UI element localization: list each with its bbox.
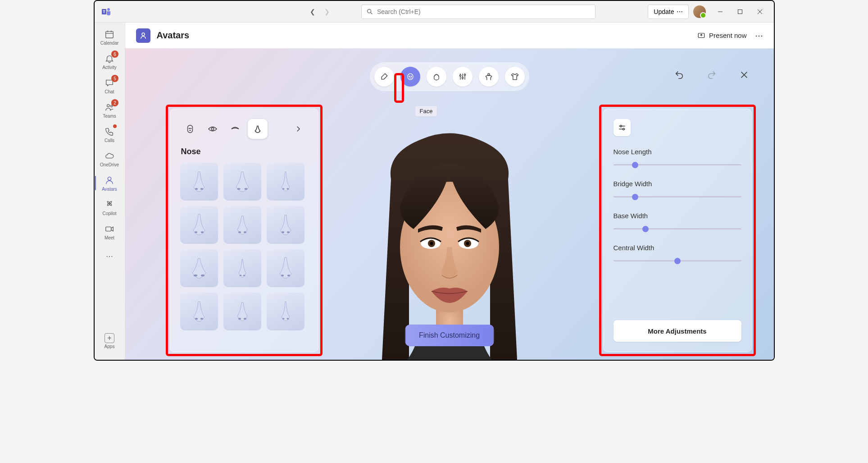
rail-label: Calendar bbox=[100, 41, 119, 46]
category-tooltip: Face bbox=[415, 105, 438, 117]
nose-option[interactable] bbox=[223, 293, 261, 330]
rail-label: Teams bbox=[103, 114, 116, 119]
slider-track[interactable] bbox=[614, 226, 741, 232]
shirt-icon bbox=[510, 72, 519, 81]
rail-item-apps[interactable]: + Apps bbox=[95, 329, 124, 353]
slider-thumb[interactable] bbox=[642, 226, 649, 232]
rail-more-button[interactable]: ⋯ bbox=[95, 247, 124, 265]
svg-point-59 bbox=[281, 275, 284, 276]
nose-option[interactable] bbox=[223, 206, 261, 244]
nose-option[interactable] bbox=[267, 293, 304, 330]
category-wardrobe[interactable] bbox=[505, 67, 525, 87]
face-tab-nose[interactable] bbox=[248, 119, 268, 139]
rail-label: OneDrive bbox=[100, 162, 119, 167]
present-now-button[interactable]: Present now bbox=[697, 32, 746, 40]
adjustments-panel-highlight: Nose Length Bridge Width Base Width bbox=[599, 105, 756, 356]
category-body[interactable] bbox=[479, 67, 499, 87]
face-tab-faceshape[interactable] bbox=[180, 119, 200, 139]
nav-back-button[interactable]: ❮ bbox=[306, 5, 319, 18]
rail-item-onedrive[interactable]: OneDrive bbox=[95, 147, 124, 170]
svg-point-60 bbox=[287, 275, 290, 276]
phone-icon bbox=[104, 126, 115, 137]
svg-rect-6 bbox=[738, 9, 742, 14]
window-minimize-button[interactable] bbox=[710, 2, 730, 22]
adjustments-icon bbox=[614, 119, 631, 136]
slider-thumb[interactable] bbox=[632, 194, 638, 200]
category-brush[interactable] bbox=[374, 67, 394, 87]
slider-central-width: Central Width bbox=[614, 244, 741, 264]
svg-point-48 bbox=[286, 188, 289, 190]
rail-item-meet[interactable]: Meet bbox=[95, 220, 124, 243]
nose-option[interactable] bbox=[223, 163, 261, 201]
svg-point-56 bbox=[201, 275, 205, 276]
undo-button[interactable] bbox=[672, 68, 686, 82]
slider-track[interactable] bbox=[614, 162, 741, 168]
slider-thumb[interactable] bbox=[674, 258, 681, 264]
rail-item-chat[interactable]: 5 Chat bbox=[95, 74, 124, 97]
svg-point-63 bbox=[238, 318, 241, 320]
svg-point-47 bbox=[282, 188, 284, 190]
chevron-right-icon bbox=[294, 125, 302, 133]
svg-point-53 bbox=[282, 231, 284, 233]
cloud-icon bbox=[104, 151, 115, 161]
svg-point-43 bbox=[195, 188, 198, 190]
category-hair[interactable] bbox=[427, 67, 446, 87]
svg-point-57 bbox=[239, 275, 241, 276]
face-tab-eyes[interactable] bbox=[203, 119, 223, 139]
nose-option[interactable] bbox=[267, 249, 304, 287]
nose-option[interactable] bbox=[223, 249, 261, 287]
svg-point-42 bbox=[211, 128, 214, 130]
slider-thumb[interactable] bbox=[632, 162, 638, 168]
nav-forward-button[interactable]: ❯ bbox=[321, 5, 333, 18]
eyebrow-icon bbox=[230, 124, 241, 134]
search-input[interactable] bbox=[377, 8, 591, 15]
update-button[interactable]: Update ⋯ bbox=[648, 5, 689, 19]
close-editor-button[interactable] bbox=[737, 68, 751, 82]
search-icon bbox=[366, 8, 373, 15]
slider-track[interactable] bbox=[614, 194, 741, 200]
slider-base-width: Base Width bbox=[614, 212, 741, 232]
more-adjustments-button[interactable]: More Adjustments bbox=[614, 320, 741, 342]
face-tab-eyebrows[interactable] bbox=[225, 119, 245, 139]
present-icon bbox=[697, 32, 705, 40]
category-sliders[interactable] bbox=[453, 67, 473, 87]
ellipsis-icon: ⋯ bbox=[677, 8, 683, 15]
nose-option[interactable] bbox=[180, 163, 218, 201]
svg-rect-9 bbox=[106, 31, 114, 38]
svg-point-15 bbox=[108, 177, 111, 180]
history-controls bbox=[672, 68, 751, 82]
search-box[interactable] bbox=[361, 5, 595, 19]
rail-item-calls[interactable]: Calls bbox=[95, 123, 124, 146]
nose-option[interactable] bbox=[180, 293, 218, 330]
nose-option[interactable] bbox=[267, 206, 304, 244]
nose-option[interactable] bbox=[180, 249, 218, 287]
svg-point-26 bbox=[462, 77, 463, 78]
rail-item-calendar[interactable]: Calendar bbox=[95, 25, 124, 49]
finish-customizing-button[interactable]: Finish Customizing bbox=[405, 325, 494, 346]
nav-arrows: ❮ ❯ bbox=[306, 5, 333, 18]
svg-point-55 bbox=[194, 275, 197, 276]
rail-label: Copilot bbox=[102, 211, 116, 216]
face-tab-next[interactable] bbox=[288, 119, 308, 139]
window-close-button[interactable] bbox=[750, 2, 770, 22]
svg-point-54 bbox=[287, 231, 290, 233]
header-more-button[interactable]: ⋯ bbox=[755, 31, 763, 41]
slider-label: Nose Length bbox=[614, 148, 741, 156]
slider-track[interactable] bbox=[614, 258, 741, 264]
rail-item-teams[interactable]: 2 Teams bbox=[95, 98, 124, 122]
brush-icon bbox=[380, 72, 389, 81]
nose-icon bbox=[253, 124, 263, 134]
window-maximize-button[interactable] bbox=[730, 2, 750, 22]
svg-point-13 bbox=[107, 104, 110, 107]
redo-button[interactable] bbox=[704, 68, 719, 82]
svg-point-61 bbox=[195, 318, 198, 320]
rail-item-activity[interactable]: 6 Activity bbox=[95, 50, 124, 73]
nose-option[interactable] bbox=[267, 163, 304, 201]
rail-item-copilot[interactable]: Copilot bbox=[95, 196, 124, 219]
user-avatar[interactable] bbox=[693, 5, 706, 18]
nose-option[interactable] bbox=[180, 206, 218, 244]
rail-label: Meet bbox=[105, 235, 114, 240]
svg-rect-39 bbox=[187, 125, 192, 133]
rail-item-avatars[interactable]: Avatars bbox=[95, 171, 124, 195]
page-header: Avatars Present now ⋯ bbox=[125, 23, 774, 49]
